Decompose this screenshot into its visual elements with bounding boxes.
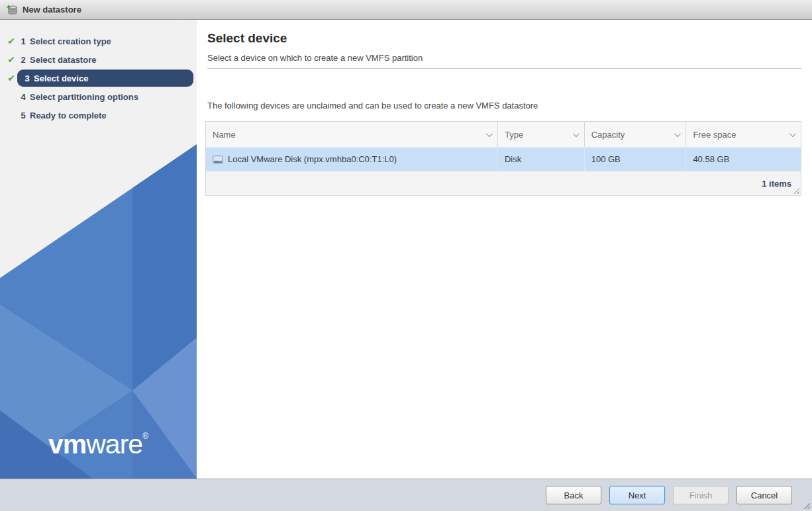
next-button[interactable]: Next [609,486,665,504]
step-label: Select creation type [30,36,111,46]
wizard-steps: ✔ 1 Select creation type ✔ 2 Select data… [0,32,197,124]
step-label: Select device [34,73,88,83]
check-icon: ✔ [5,36,17,46]
check-icon: ✔ [5,73,17,83]
column-header-label: Type [505,130,523,140]
step-label: Ready to complete [30,111,107,120]
devices-table: Name Type Capacity Free space [205,121,801,196]
table-header-row: Name Type Capacity Free space [206,122,801,147]
column-header-label: Name [213,130,236,140]
dialog-footer: Back Next Finish Cancel [0,479,812,511]
column-header-label: Capacity [591,130,625,140]
step-number: 3 [23,73,32,83]
device-name-cell: Local VMware Disk (mpx.vmhba0:C0:T1:L0) [206,148,498,171]
table-footer-row: 1 items [206,171,801,195]
page-title: Select device [207,31,287,46]
vmware-logo: vmware® [0,429,197,460]
step-number: 5 [19,111,28,120]
finish-button: Finish [673,486,729,504]
table-resize-grip[interactable] [793,188,799,194]
step-label: Select datastore [30,55,96,65]
column-header-label: Free space [693,130,736,140]
step-select-device[interactable]: ✔ 3 Select device [0,69,197,87]
wizard-content-pane: Select device Select a device on which t… [197,20,812,479]
step-number: 2 [19,55,28,65]
chevron-down-icon[interactable] [573,130,580,137]
device-name: Local VMware Disk (mpx.vmhba0:C0:T1:L0) [228,154,397,164]
chevron-down-icon[interactable] [674,130,681,137]
column-header-name[interactable]: Name [206,122,498,147]
new-datastore-dialog: New datastore ✔ 1 Select creation type ✔ [0,0,812,511]
step-number: 4 [19,92,28,102]
step-select-creation-type[interactable]: ✔ 1 Select creation type [0,32,197,50]
device-type-cell: Disk [498,148,585,171]
step-label: Select partitioning options [30,92,138,102]
page-subtitle: Select a device on which to create a new… [207,53,423,63]
step-select-partitioning-options[interactable]: 4 Select partitioning options [0,87,197,106]
window-resize-grip[interactable] [803,502,810,509]
step-ready-to-complete[interactable]: 5 Ready to complete [0,106,197,124]
step-number: 1 [19,36,28,46]
datastore-add-icon [6,4,18,16]
dialog-titlebar: New datastore [0,0,812,20]
device-free-space-cell: 40.58 GB [686,148,801,171]
chevron-down-icon[interactable] [486,130,493,137]
disk-icon [213,155,223,164]
cancel-button[interactable]: Cancel [736,486,792,504]
devices-description: The following devices are unclaimed and … [207,101,538,111]
check-icon: ✔ [5,54,17,65]
table-row-local-vmware-disk[interactable]: Local VMware Disk (mpx.vmhba0:C0:T1:L0) … [206,147,801,171]
column-header-free-space[interactable]: Free space [686,122,801,147]
dialog-title: New datastore [23,5,81,15]
back-button[interactable]: Back [546,486,601,504]
chevron-down-icon[interactable] [789,130,796,137]
items-count: 1 items [762,179,791,189]
column-header-type[interactable]: Type [498,122,585,147]
step-select-datastore[interactable]: ✔ 2 Select datastore [0,50,197,69]
wizard-sidebar: ✔ 1 Select creation type ✔ 2 Select data… [0,20,197,479]
divider [207,68,801,69]
device-capacity-cell: 100 GB [585,148,687,171]
column-header-capacity[interactable]: Capacity [585,122,687,147]
